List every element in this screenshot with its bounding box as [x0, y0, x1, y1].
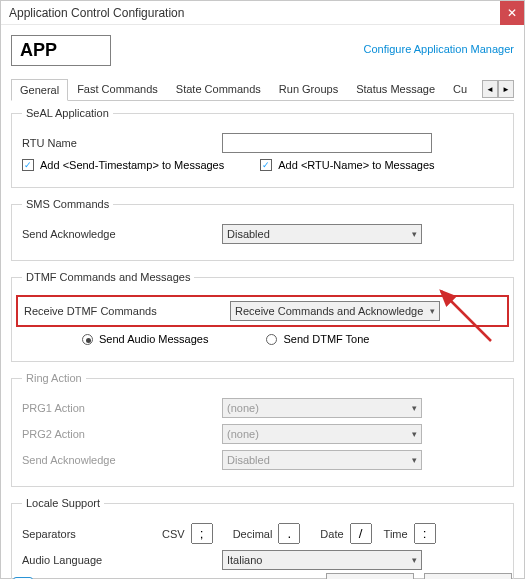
configure-app-manager-link[interactable]: Configure Application Manager: [364, 43, 514, 55]
csv-label: CSV: [162, 528, 185, 540]
send-dtmf-tone-radio[interactable]: Send DTMF Tone: [266, 333, 369, 345]
titlebar: Application Control Configuration ✕: [1, 1, 524, 25]
csv-input[interactable]: [191, 523, 213, 544]
prg1-action-label: PRG1 Action: [22, 402, 222, 414]
add-send-timestamp-checkbox[interactable]: ✓ Add <Send-Timestamp> to Messages: [22, 159, 224, 171]
dtmf-legend: DTMF Commands and Messages: [22, 271, 194, 283]
seal-application-group: SeAL Application RTU Name ✓ Add <Send-Ti…: [11, 107, 514, 188]
tab-general[interactable]: General: [11, 79, 68, 101]
add-send-timestamp-label: Add <Send-Timestamp> to Messages: [40, 159, 224, 171]
sms-commands-group: SMS Commands Send Acknowledge Disabled ▾: [11, 198, 514, 261]
rtu-name-label: RTU Name: [22, 137, 222, 149]
seal-legend: SeAL Application: [22, 107, 113, 119]
tab-status-message[interactable]: Status Message: [347, 78, 444, 100]
tabstrip: General Fast Commands State Commands Run…: [11, 78, 514, 101]
prg2-action-combo: (none) ▾: [222, 424, 422, 444]
receive-dtmf-combo[interactable]: Receive Commands and Acknowledge ▾: [230, 301, 440, 321]
send-audio-messages-radio[interactable]: Send Audio Messages: [82, 333, 208, 345]
chevron-down-icon: ▾: [412, 455, 417, 465]
apply-button[interactable]: APPLY: [326, 573, 414, 579]
window-title: Application Control Configuration: [1, 6, 184, 20]
ring-legend: Ring Action: [22, 372, 86, 384]
tab-scroll-left-button[interactable]: ◄: [482, 80, 498, 98]
sms-sendack-label: Send Acknowledge: [22, 228, 222, 240]
prg2-action-label: PRG2 Action: [22, 428, 222, 440]
chevron-down-icon: ▾: [430, 306, 435, 316]
chevron-down-icon: ▾: [412, 229, 417, 239]
date-input[interactable]: [350, 523, 372, 544]
sms-sendack-combo[interactable]: Disabled ▾: [222, 224, 422, 244]
sms-legend: SMS Commands: [22, 198, 113, 210]
date-label: Date: [320, 528, 343, 540]
add-rtu-name-checkbox[interactable]: ✓ Add <RTU-Name> to Messages: [260, 159, 434, 171]
tab-state-commands[interactable]: State Commands: [167, 78, 270, 100]
prg1-action-combo: (none) ▾: [222, 398, 422, 418]
rtu-name-input[interactable]: [222, 133, 432, 153]
close-button[interactable]: ✕: [500, 1, 524, 25]
audio-language-combo[interactable]: Italiano ▾: [222, 550, 422, 570]
decimal-input[interactable]: [278, 523, 300, 544]
tab-run-groups[interactable]: Run Groups: [270, 78, 347, 100]
time-input[interactable]: [414, 523, 436, 544]
tab-fast-commands[interactable]: Fast Commands: [68, 78, 167, 100]
locale-support-group: Locale Support Separators CSV Decimal Da…: [11, 497, 514, 579]
add-rtu-name-label: Add <RTU-Name> to Messages: [278, 159, 434, 171]
tab-scroll: ◄ ►: [482, 78, 514, 100]
tab-more-truncated[interactable]: Cu: [444, 78, 476, 100]
chevron-down-icon: ▾: [412, 555, 417, 565]
time-label: Time: [384, 528, 408, 540]
decimal-label: Decimal: [233, 528, 273, 540]
ring-sendack-combo: Disabled ▾: [222, 450, 422, 470]
receive-dtmf-label: Receive DTMF Commands: [24, 305, 230, 317]
dtmf-commands-group: DTMF Commands and Messages Receive DTMF …: [11, 271, 514, 362]
separators-label: Separators: [22, 528, 162, 540]
config-dialog: Application Control Configuration ✕ APP …: [0, 0, 525, 579]
locale-legend: Locale Support: [22, 497, 104, 509]
cancel-button[interactable]: CANCEL: [424, 573, 512, 579]
send-dtmf-tone-label: Send DTMF Tone: [283, 333, 369, 345]
app-code-box: APP: [11, 35, 111, 66]
chevron-down-icon: ▾: [412, 403, 417, 413]
tab-scroll-right-button[interactable]: ►: [498, 80, 514, 98]
chevron-down-icon: ▾: [412, 429, 417, 439]
ring-sendack-label: Send Acknowledge: [22, 454, 222, 466]
ring-action-group: Ring Action PRG1 Action (none) ▾ PRG2 Ac…: [11, 372, 514, 487]
highlight-box: Receive DTMF Commands Receive Commands a…: [16, 295, 509, 327]
audio-language-label: Audio Language: [22, 554, 222, 566]
send-audio-messages-label: Send Audio Messages: [99, 333, 208, 345]
